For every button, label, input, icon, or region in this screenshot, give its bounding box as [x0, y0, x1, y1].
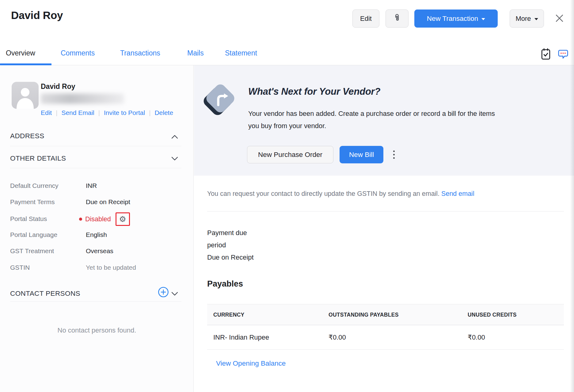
cell-unused: ₹0.00 [468, 325, 485, 350]
cell-currency: INR- Indian Rupee [213, 325, 269, 350]
tab-mails[interactable]: Mails [187, 49, 204, 57]
comments-chat-icon[interactable] [556, 47, 570, 61]
divider [10, 146, 181, 146]
view-opening-balance-link[interactable]: View Opening Balance [216, 360, 286, 367]
new-purchase-order-button[interactable]: New Purchase Order [247, 146, 333, 163]
contact-name: David Roy [41, 82, 75, 91]
whats-next-banner: What's Next for Your Vendor? Your vendor… [194, 65, 574, 176]
avatar [12, 82, 39, 109]
portal-settings-highlight[interactable]: ⚙ [116, 212, 130, 226]
payables-table: CURRENCY OUTSTANDING PAYABLES UNUSED CRE… [207, 304, 564, 350]
tab-bar: Overview Comments Transactions Mails Sta… [0, 43, 574, 65]
divider [207, 211, 564, 211]
delete-link[interactable]: Delete [154, 109, 173, 116]
redacted-email [41, 93, 124, 104]
new-bill-button[interactable]: New Bill [340, 146, 383, 163]
gstin-notice: You can request your contact to directly… [207, 190, 474, 198]
table-row: INR- Indian Rupee ₹0.00 ₹0.00 [207, 325, 564, 350]
divider [10, 301, 181, 302]
detail-portal-status: Portal Status Disabled ⚙ [0, 212, 194, 226]
col-outstanding-payables: OUTSTANDING PAYABLES [329, 304, 399, 325]
chevron-up-icon[interactable] [171, 135, 178, 140]
tasks-clipboard-icon[interactable] [539, 47, 553, 61]
payment-due-period: Payment due period Due on Receipt [207, 227, 259, 264]
tab-transactions[interactable]: Transactions [120, 49, 160, 57]
section-contact-persons[interactable]: CONTACT PERSONS [10, 290, 80, 298]
col-unused-credits: UNUSED CREDITS [468, 304, 517, 325]
send-email-gstin-link[interactable]: Send email [441, 190, 474, 197]
chevron-down-icon [534, 18, 538, 20]
contact-sidebar: David Roy Edit| Send Email| Invite to Po… [0, 65, 194, 392]
detail-default-currency: Default Currency INR [0, 182, 194, 191]
portal-status-value: Disabled [85, 215, 111, 223]
vendor-details-page: David Roy Edit New Transaction More Over… [0, 0, 574, 392]
paperclip-icon [393, 13, 401, 24]
new-transaction-button[interactable]: New Transaction [414, 10, 498, 28]
cell-outstanding: ₹0.00 [329, 325, 346, 350]
edit-button[interactable]: Edit [352, 10, 379, 28]
turn-right-diamond-icon [202, 80, 238, 118]
detail-portal-language: Portal Language English [0, 231, 194, 240]
kebab-menu-icon[interactable] [391, 149, 397, 161]
payables-table-header: CURRENCY OUTSTANDING PAYABLES UNUSED CRE… [207, 304, 564, 325]
divider [10, 168, 181, 168]
close-icon[interactable] [553, 12, 565, 24]
overview-main-panel: What's Next for Your Vendor? Your vendor… [194, 65, 574, 392]
detail-gstin: GSTIN Yet to be updated [0, 264, 194, 273]
detail-gst-treatment: GST Treatment Overseas [0, 247, 194, 257]
whats-next-title: What's Next for Your Vendor? [248, 86, 380, 97]
detail-payment-terms: Payment Terms Due on Receipt [0, 198, 194, 207]
send-email-link[interactable]: Send Email [61, 109, 94, 116]
whats-next-description: Your vendor has been added. Create a pur… [248, 108, 495, 132]
col-currency: CURRENCY [213, 304, 245, 325]
contact-edit-link[interactable]: Edit [41, 109, 52, 116]
chevron-down-icon[interactable] [171, 156, 178, 162]
tab-statement[interactable]: Statement [225, 49, 257, 57]
chevron-down-icon [481, 18, 485, 20]
page-title: David Roy [11, 9, 63, 21]
tab-comments[interactable]: Comments [61, 49, 95, 57]
empty-contacts-message: No contact persons found. [0, 326, 194, 334]
more-button[interactable]: More [510, 10, 544, 28]
status-dot [79, 218, 82, 221]
contact-action-links: Edit| Send Email| Invite to Portal| Dele… [41, 109, 173, 116]
chevron-down-icon[interactable] [171, 291, 178, 297]
payables-title: Payables [207, 279, 243, 289]
invite-portal-link[interactable]: Invite to Portal [104, 109, 145, 116]
section-other-details[interactable]: OTHER DETAILS [10, 154, 66, 162]
section-address[interactable]: ADDRESS [10, 132, 44, 140]
gear-icon[interactable]: ⚙ [119, 215, 126, 223]
attachment-button[interactable] [386, 10, 409, 28]
tab-overview[interactable]: Overview [6, 49, 35, 57]
add-contact-person-icon[interactable] [158, 287, 169, 298]
